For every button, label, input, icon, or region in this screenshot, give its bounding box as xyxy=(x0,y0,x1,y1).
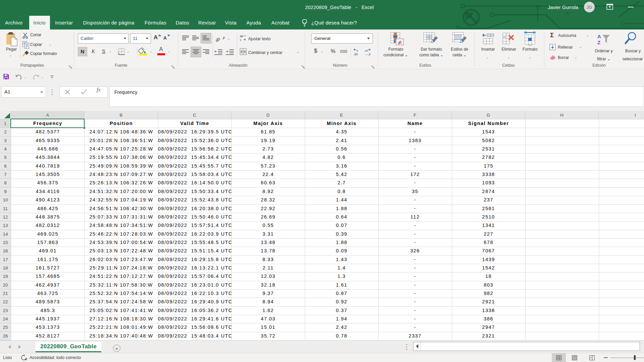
svg-text:,00: ,00 xyxy=(354,53,358,56)
svg-text:→,0: →,0 xyxy=(365,53,371,56)
svg-text:ab: ab xyxy=(215,36,221,43)
svg-text:ab: ab xyxy=(240,35,243,38)
svg-text:0: 0 xyxy=(357,49,358,52)
svg-text:c: c xyxy=(240,38,241,42)
svg-text:,00: ,00 xyxy=(364,49,368,52)
svg-text:Z: Z xyxy=(597,40,600,45)
svg-text:A: A xyxy=(597,34,601,39)
